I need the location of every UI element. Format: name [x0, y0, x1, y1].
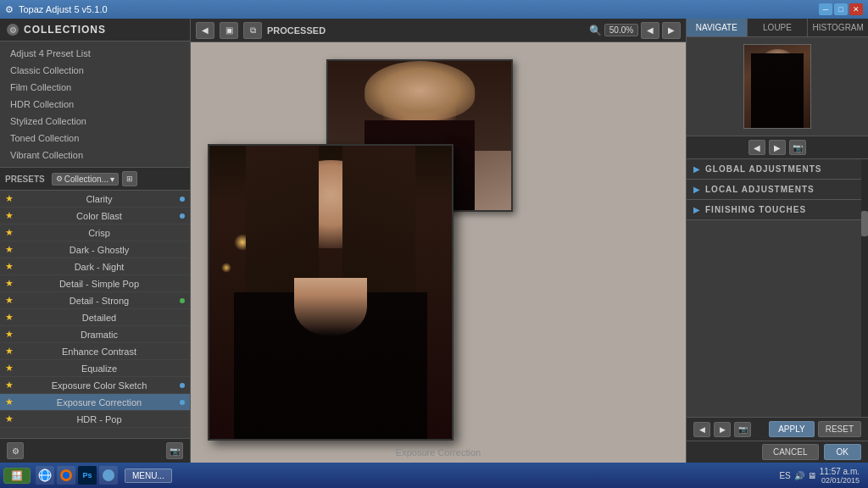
- preset-item-dark-night[interactable]: ★ Dark - Night: [0, 258, 190, 275]
- taskbar-ps-icon[interactable]: Ps: [78, 466, 97, 485]
- collection-item-film[interactable]: Film Collection: [0, 79, 190, 96]
- preset-dot: [180, 383, 185, 388]
- taskbar-firefox-icon[interactable]: [57, 466, 75, 485]
- preset-item-equalize[interactable]: ★ Equalize: [0, 360, 190, 377]
- star-icon[interactable]: ★: [5, 193, 14, 204]
- preset-item-dramatic[interactable]: ★ Dramatic: [0, 326, 190, 343]
- star-icon[interactable]: ★: [5, 396, 14, 408]
- star-icon[interactable]: ★: [5, 261, 14, 272]
- grid-view-button[interactable]: ⊞: [122, 171, 137, 186]
- speaker-icon: 🔊: [794, 471, 804, 480]
- star-icon[interactable]: ★: [5, 227, 14, 238]
- star-icon[interactable]: ★: [5, 380, 14, 391]
- global-adjustments-section: ▶ GLOBAL ADJUSTMENTS: [687, 159, 868, 180]
- star-icon[interactable]: ★: [5, 346, 14, 357]
- star-icon[interactable]: ★: [5, 244, 14, 255]
- camera-icon-button[interactable]: 📷: [166, 442, 183, 459]
- apply-button[interactable]: APPLY: [769, 421, 815, 437]
- preset-item-clarity[interactable]: ★ Clarity: [0, 191, 190, 208]
- expand-arrow-icon: ▶: [693, 164, 700, 174]
- taskbar-ie-icon[interactable]: [36, 466, 54, 485]
- undo-button[interactable]: ◀: [693, 422, 710, 437]
- preset-item-crisp[interactable]: ★ Crisp: [0, 225, 190, 241]
- preset-item-exposure-color[interactable]: ★ Exposure Color Sketch: [0, 377, 190, 394]
- view-split-button[interactable]: ⧉: [243, 22, 262, 39]
- preset-item-dark-ghostly[interactable]: ★ Dark - Ghostly: [0, 241, 190, 258]
- star-icon[interactable]: ★: [5, 278, 14, 289]
- preview-thumbnail: [743, 44, 811, 129]
- svg-point-5: [103, 469, 114, 481]
- collections-header: ⚙ COLLECTIONS: [0, 19, 190, 42]
- nav-prev-button[interactable]: ◀: [748, 140, 765, 155]
- zoom-input[interactable]: [604, 24, 638, 36]
- star-icon[interactable]: ★: [5, 363, 14, 374]
- star-icon[interactable]: ★: [5, 413, 14, 424]
- back-button[interactable]: ◀: [196, 22, 214, 39]
- preset-name: Exposure Color Sketch: [19, 380, 180, 391]
- zoom-prev-button[interactable]: ◀: [641, 22, 659, 39]
- collections-gear-icon[interactable]: ⚙: [7, 24, 19, 36]
- right-scrollbar-thumb[interactable]: [861, 211, 868, 236]
- star-icon[interactable]: ★: [5, 210, 14, 221]
- zoom-fit-button[interactable]: 📷: [789, 140, 806, 155]
- collection-item-classic[interactable]: Classic Collection: [0, 62, 190, 79]
- finishing-touches-label: FINISHING TOUCHES: [705, 205, 806, 214]
- canvas-area: Exposure Correction: [191, 42, 686, 463]
- preset-item-detailed[interactable]: ★ Detailed: [0, 309, 190, 326]
- local-adjustments-label: LOCAL ADJUSTMENTS: [705, 185, 815, 194]
- maximize-button[interactable]: □: [834, 3, 848, 15]
- start-button[interactable]: 🪟: [3, 468, 31, 484]
- finishing-touches-header[interactable]: ▶ FINISHING TOUCHES: [687, 200, 868, 219]
- collection-item-adjust4[interactable]: Adjust 4 Preset List: [0, 45, 190, 62]
- collection-item-hdr[interactable]: HDR Collection: [0, 96, 190, 113]
- cancel-button[interactable]: CANCEL: [762, 444, 819, 460]
- settings-icon-button[interactable]: ⚙: [7, 442, 24, 459]
- date-label: 02/01/2015: [821, 476, 860, 485]
- collection-item-vibrant[interactable]: Vibrant Collection: [0, 147, 190, 164]
- taskbar-menu-button[interactable]: MENU...: [125, 469, 172, 483]
- preset-item-detail-strong[interactable]: ★ Detail - Strong: [0, 292, 190, 309]
- taskbar-app-icon[interactable]: [99, 466, 118, 485]
- tab-histogram[interactable]: HISTOGRAM: [808, 19, 868, 36]
- nav-tabs: NAVIGATE LOUPE HISTOGRAM: [687, 19, 868, 37]
- preset-item-hdr-pop[interactable]: ★ HDR - Pop: [0, 411, 190, 428]
- preset-item-enhance[interactable]: ★ Enhance Contrast: [0, 343, 190, 360]
- finishing-touches-section: ▶ FINISHING TOUCHES: [687, 200, 868, 220]
- collection-item-stylized[interactable]: Stylized Collection: [0, 113, 190, 130]
- close-button[interactable]: ✕: [849, 3, 863, 15]
- zoom-next-button[interactable]: ▶: [662, 22, 681, 39]
- star-icon[interactable]: ★: [5, 329, 14, 340]
- star-icon[interactable]: ★: [5, 295, 14, 306]
- presets-list: ★ Clarity ★ Color Blast ★ Crisp ★ Dark -…: [0, 191, 190, 438]
- local-adjustments-header[interactable]: ▶ LOCAL ADJUSTMENTS: [687, 180, 868, 199]
- reset-button[interactable]: RESET: [818, 421, 861, 437]
- preset-dot: [180, 400, 185, 405]
- preset-name: Clarity: [19, 194, 180, 204]
- star-icon[interactable]: ★: [5, 312, 14, 323]
- redo-button[interactable]: ▶: [714, 422, 731, 437]
- preset-name: Dramatic: [19, 330, 180, 340]
- svg-point-4: [63, 472, 70, 479]
- tab-loupe[interactable]: LOUPE: [748, 19, 809, 36]
- nav-next-button[interactable]: ▶: [769, 140, 786, 155]
- preset-item-exposure-correction[interactable]: ★ Exposure Correction: [0, 394, 190, 411]
- time-label: 11:57 a.m.: [820, 467, 860, 476]
- minimize-button[interactable]: ─: [819, 3, 832, 15]
- tab-navigate[interactable]: NAVIGATE: [687, 19, 748, 36]
- left-bottom-bar: ⚙ 📷: [0, 438, 190, 463]
- presets-label: PRESETS: [5, 175, 45, 184]
- collection-item-toned[interactable]: Toned Collection: [0, 130, 190, 147]
- preset-name: Enhance Contrast: [19, 347, 180, 357]
- snapshot-button[interactable]: 📷: [734, 422, 751, 437]
- preset-item-colorblast[interactable]: ★ Color Blast: [0, 208, 190, 225]
- right-scrollbar-track[interactable]: [861, 159, 868, 417]
- global-adjustments-header[interactable]: ▶ GLOBAL ADJUSTMENTS: [687, 159, 868, 179]
- dropdown-label: Collection...: [64, 175, 108, 184]
- preset-name: Exposure Correction: [19, 397, 180, 408]
- presets-dropdown[interactable]: ⚙ Collection... ▾: [52, 173, 119, 186]
- view-single-button[interactable]: ▣: [220, 22, 238, 39]
- ok-button[interactable]: OK: [824, 444, 861, 460]
- preset-item-detail-simple[interactable]: ★ Detail - Simple Pop: [0, 275, 190, 292]
- taskbar-icons: Ps: [36, 466, 118, 485]
- zoom-icon: 🔍: [589, 25, 602, 36]
